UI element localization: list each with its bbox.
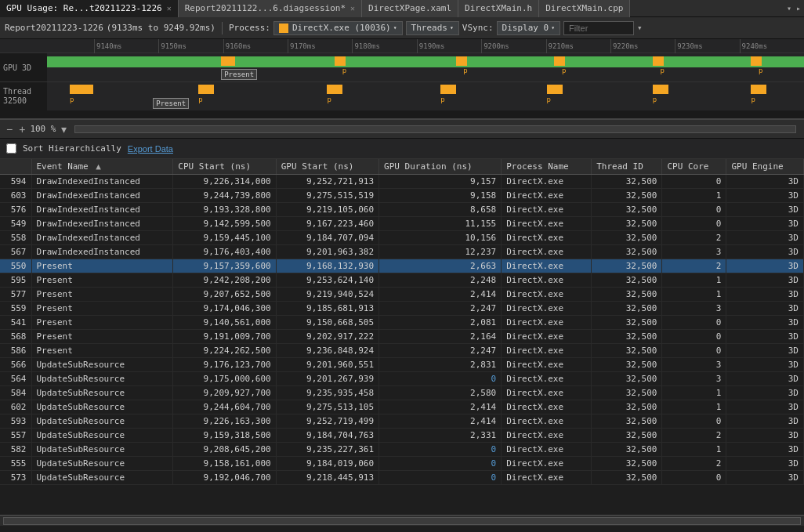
tab-directxmain-h[interactable]: DirectXMain.h xyxy=(458,0,539,17)
thread-p-4: p xyxy=(440,96,444,103)
gpu3d-track[interactable]: p p p p p p Present xyxy=(47,53,804,81)
process-dropdown[interactable]: DirectX.exe (10036) ▾ xyxy=(273,21,403,35)
table-row[interactable]: 557 UpdateSubResource 9,159,318,500 9,18… xyxy=(0,429,804,443)
tab-1-close-icon[interactable]: ✕ xyxy=(350,4,355,13)
table-row[interactable]: 549 DrawIndexedInstanced 9,142,599,500 9… xyxy=(0,217,804,231)
cell-event: Present xyxy=(31,259,173,273)
gpu3d-row[interactable]: GPU 3D p p p p p p Present xyxy=(0,53,804,81)
tab-0-close-icon[interactable]: ✕ xyxy=(167,4,172,13)
table-row[interactable]: 568 Present 9,191,009,700 9,202,917,222 … xyxy=(0,330,804,344)
table-row[interactable]: 573 UpdateSubResource 9,192,046,700 9,21… xyxy=(0,471,804,485)
table-row[interactable]: 566 UpdateSubResource 9,176,123,700 9,20… xyxy=(0,358,804,372)
cell-process: DirectX.exe xyxy=(502,288,592,302)
col-thread[interactable]: Thread ID xyxy=(592,159,662,175)
cell-id: 576 xyxy=(0,203,31,217)
table-row[interactable]: 577 Present 9,207,652,500 9,219,940,524 … xyxy=(0,288,804,302)
table-row[interactable]: 559 Present 9,174,046,300 9,185,681,913 … xyxy=(0,302,804,316)
zoom-dropdown-button[interactable]: ▾ xyxy=(60,123,68,136)
table-row[interactable]: 593 UpdateSubResource 9,226,163,300 9,25… xyxy=(0,414,804,429)
cell-gpu-start: 9,218,445,913 xyxy=(276,471,378,485)
cell-gpu-start: 9,235,935,458 xyxy=(276,386,378,400)
cell-gpu-start: 9,201,960,551 xyxy=(276,358,378,372)
cell-id: 566 xyxy=(0,358,31,372)
cell-gpu-engine: 3D xyxy=(726,203,804,217)
data-table-wrapper[interactable]: Event Name ▲ CPU Start (ns) GPU Start (n… xyxy=(0,159,804,515)
threads-dropdown[interactable]: Threads ▾ xyxy=(406,21,459,35)
col-event[interactable]: Event Name ▲ xyxy=(31,159,173,175)
col-gpu-duration[interactable]: GPU Duration (ns) xyxy=(379,159,502,175)
report-name: Report20211223-1226 xyxy=(5,23,103,33)
display-dropdown[interactable]: Display 0 ▾ xyxy=(497,21,560,35)
cell-gpu-engine: 3D xyxy=(726,217,804,231)
tab-directxpage[interactable]: DirectXPage.xaml xyxy=(362,0,458,17)
table-row[interactable]: 564 UpdateSubResource 9,175,000,600 9,20… xyxy=(0,372,804,386)
tick-1: 9150ms xyxy=(158,39,223,53)
tab-scroll-arrows[interactable]: ▾ ▸ xyxy=(784,4,804,13)
tick-8: 9220ms xyxy=(610,39,675,53)
filter-input[interactable] xyxy=(563,21,634,35)
col-process[interactable]: Process Name xyxy=(502,159,592,175)
p-label-6: p xyxy=(759,67,762,74)
thread-row[interactable]: Thread 32500 p p p p p p p Present xyxy=(0,85,804,107)
cell-cpu-core: 0 xyxy=(662,414,726,429)
table-row[interactable]: 576 DrawIndexedInstanced 9,193,328,800 9… xyxy=(0,203,804,217)
col-gpu-engine[interactable]: GPU Engine xyxy=(726,159,804,175)
threads-label: Threads xyxy=(411,23,447,33)
table-row[interactable]: 584 UpdateSubResource 9,209,927,700 9,23… xyxy=(0,386,804,400)
filter-arrow-icon: ▾ xyxy=(637,23,643,33)
col-gpu-start[interactable]: GPU Start (ns) xyxy=(276,159,378,175)
zoom-in-button[interactable]: + xyxy=(17,123,27,136)
p-label-4: p xyxy=(562,67,566,74)
sort-label: Sort Hierarchically xyxy=(23,143,121,154)
tab-gpu-usage[interactable]: GPU Usage: Re...t20211223-1226 ✕ xyxy=(0,0,179,17)
thread-track[interactable]: p p p p p p p Present xyxy=(47,82,804,110)
cell-thread: 32,500 xyxy=(592,203,662,217)
thread-event-6 xyxy=(653,85,668,94)
sort-bar: Sort Hierarchically Export Data xyxy=(0,139,804,159)
cell-cpu-core: 3 xyxy=(662,358,726,372)
cell-thread: 32,500 xyxy=(592,358,662,372)
table-row[interactable]: 550 Present 9,157,359,600 9,168,132,930 … xyxy=(0,259,804,273)
table-row[interactable]: 541 Present 9,140,561,000 9,150,668,505 … xyxy=(0,316,804,330)
cell-cpu-core: 1 xyxy=(662,386,726,400)
sort-hierarchically-checkbox[interactable] xyxy=(6,143,16,154)
cell-cpu-core: 2 xyxy=(662,231,726,245)
table-row[interactable]: 567 DrawIndexedInstanced 9,176,403,400 9… xyxy=(0,245,804,259)
cell-gpu-duration: 2,414 xyxy=(379,288,502,302)
cell-cpu-core: 0 xyxy=(662,316,726,330)
zoom-out-button[interactable]: − xyxy=(5,123,14,136)
cell-cpu-start: 9,208,645,200 xyxy=(173,443,276,457)
tab-directxmain-cpp[interactable]: DirectXMain.cpp xyxy=(539,0,630,17)
gpu-timeline: 9140ms 9150ms 9160ms 9170ms 9180ms 9190m… xyxy=(0,39,804,82)
cell-id: 541 xyxy=(0,316,31,330)
cell-process: DirectX.exe xyxy=(502,203,592,217)
cell-gpu-start: 9,185,681,913 xyxy=(276,302,378,316)
cell-thread: 32,500 xyxy=(592,288,662,302)
tab-report[interactable]: Report20211122...6.diagsession* ✕ xyxy=(179,0,362,17)
h-scroll-track[interactable] xyxy=(3,517,801,525)
col-cpu-core[interactable]: CPU Core xyxy=(662,159,726,175)
table-row[interactable]: 558 DrawIndexedInstanced 9,159,445,100 9… xyxy=(0,231,804,245)
cell-gpu-duration: 0 xyxy=(379,443,502,457)
table-row[interactable]: 602 UpdateSubResource 9,244,604,700 9,27… xyxy=(0,400,804,414)
display-arrow-icon: ▾ xyxy=(551,24,555,31)
cell-cpu-start: 9,226,314,000 xyxy=(173,175,276,189)
table-row[interactable]: 595 Present 9,242,208,200 9,253,624,140 … xyxy=(0,273,804,288)
tab-label: DirectXMain.h xyxy=(465,3,532,13)
cell-gpu-engine: 3D xyxy=(726,288,804,302)
cell-process: DirectX.exe xyxy=(502,217,592,231)
cell-event: DrawIndexedInstanced xyxy=(31,203,173,217)
table-row[interactable]: 594 DrawIndexedInstanced 9,226,314,000 9… xyxy=(0,175,804,189)
export-data-button[interactable]: Export Data xyxy=(128,144,173,154)
cell-cpu-start: 9,159,318,500 xyxy=(173,429,276,443)
timeline-scrollbar[interactable] xyxy=(74,125,797,133)
cell-id: 573 xyxy=(0,471,31,485)
cell-cpu-start: 9,175,000,600 xyxy=(173,372,276,386)
table-row[interactable]: 582 UpdateSubResource 9,208,645,200 9,23… xyxy=(0,443,804,457)
table-row[interactable]: 555 UpdateSubResource 9,158,161,000 9,18… xyxy=(0,457,804,471)
cell-cpu-start: 9,158,161,000 xyxy=(173,457,276,471)
table-row[interactable]: 586 Present 9,224,262,500 9,236,848,924 … xyxy=(0,344,804,358)
col-cpu-start[interactable]: CPU Start (ns) xyxy=(173,159,276,175)
bottom-scrollbar[interactable] xyxy=(0,515,804,526)
table-row[interactable]: 603 DrawIndexedInstanced 9,244,739,800 9… xyxy=(0,189,804,203)
